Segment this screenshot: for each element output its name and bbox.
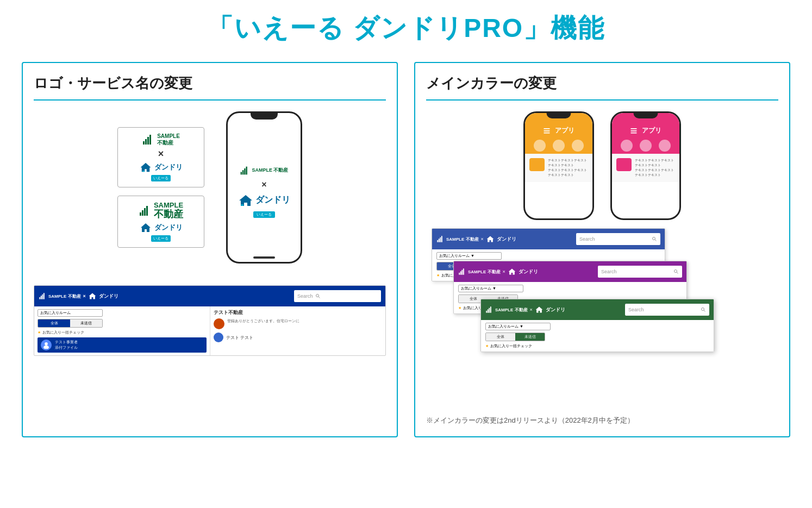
panel-blue-dandori: ダンドリ (497, 236, 516, 243)
svg-rect-18 (41, 296, 42, 299)
svg-rect-17 (39, 297, 40, 299)
svg-rect-14 (246, 166, 247, 174)
mini-left-body: お気に入りルーム 全体 未送信 ★ お気に入り一括チェック (34, 306, 210, 355)
company-bars-icon-2 (139, 205, 151, 217)
star-icon-purple: ★ (458, 306, 461, 310)
panel-blue-search[interactable]: Search (576, 233, 660, 245)
nav-icon-3b (659, 140, 671, 152)
panel-purple-search[interactable]: Search (598, 266, 682, 278)
ieru-badge-2: いえーる (151, 235, 171, 242)
panel-blue-company: SAMPLE 不動産 (446, 236, 479, 242)
phone-dandori: ダンドリ (238, 194, 290, 207)
phone-ieru: いえーる (253, 211, 275, 218)
mini-right-body: テスト不動産 登録ありがとうございます。住宅ローンに テスト テスト (210, 306, 386, 355)
mini-dropdown-row: お気に入りルーム (38, 309, 207, 317)
svg-rect-2 (147, 137, 149, 145)
phone-times: × (261, 180, 266, 190)
svg-rect-11 (241, 172, 242, 174)
logo-company-row-2: SAMPLE 不動産 (139, 202, 183, 220)
star-icon-green: ★ (485, 344, 489, 348)
svg-point-25 (43, 346, 49, 349)
mini-person2-row: テスト テスト (214, 333, 383, 342)
panel-green-header: SAMPLE 不動産 × ダンドリ Search (481, 299, 714, 320)
panel-green-tab-unsent[interactable]: 未送信 (515, 333, 545, 341)
mini-app-ui-left: SAMPLE 不動産 × ダンドリ Search (34, 285, 386, 356)
svg-rect-7 (142, 210, 143, 216)
house-icon-1 (140, 162, 152, 173)
mini-company-label: SAMPLE 不動産 (48, 293, 81, 299)
svg-rect-0 (143, 141, 145, 145)
panel-blue-dropdown[interactable]: お気に入りルーム ▼ (436, 252, 502, 260)
app-icon-orange (529, 158, 545, 171)
nav-icon-2a (553, 140, 565, 152)
phone-pink-label: アプリ (642, 126, 661, 135)
mini-times-label: × (83, 293, 86, 299)
house-icon-blue (486, 235, 495, 243)
panel-green-search-text: Search (628, 307, 644, 312)
color-panel-green: SAMPLE 不動産 × ダンドリ Search (480, 299, 714, 352)
panel-green-dropdown[interactable]: お気に入りルーム ▼ (485, 323, 551, 330)
menu-icon-orange (543, 127, 551, 135)
svg-rect-26 (544, 128, 549, 129)
panel-green-logo: SAMPLE 不動産 × ダンドリ (485, 306, 621, 313)
phone-bars-icon (240, 166, 249, 175)
svg-line-38 (655, 240, 657, 241)
panel-purple-logo: SAMPLE 不動産 × ダンドリ (458, 268, 594, 275)
mini-search-box-left[interactable]: Search (294, 290, 381, 302)
bars-icon-blue (436, 235, 444, 243)
svg-marker-4 (141, 163, 151, 172)
panel-purple-search-text: Search (601, 269, 617, 274)
search-icon-purple (673, 269, 679, 274)
panel-purple-header: SAMPLE 不動産 × ダンドリ Search (454, 261, 686, 282)
svg-rect-49 (490, 306, 491, 312)
company-name-1: SAMPLE 不動産 (157, 133, 180, 146)
dandori-logo-1: ダンドリ (140, 162, 183, 173)
mini-msg-row: 登録ありがとうございます。住宅ローンに (214, 318, 383, 329)
svg-point-51 (702, 308, 704, 311)
panel-purple-times: × (503, 269, 505, 274)
mini-header-left: SAMPLE 不動産 × ダンドリ Search (34, 286, 385, 306)
mini-search-icon (315, 293, 321, 299)
mini-dandori-label: ダンドリ (99, 293, 118, 300)
logos-stack: SAMPLE 不動産 × ダンドリ いえーる (117, 127, 204, 248)
svg-rect-33 (439, 239, 440, 242)
phone-orange-label: アプリ (555, 126, 574, 135)
svg-rect-29 (630, 128, 636, 129)
panel-green-tab-all[interactable]: 全体 (486, 333, 515, 341)
panel-purple-dropdown[interactable]: お気に入りルーム ▼ (458, 285, 523, 292)
panel-green-search[interactable]: Search (625, 304, 709, 316)
panels-row: ロゴ・サービス名の変更 (22, 62, 790, 437)
mini-dropdown[interactable]: お気に入りルーム (38, 309, 103, 317)
svg-line-23 (318, 297, 320, 298)
page-title: 「いえーる ダンドリPRO」機能 (207, 11, 605, 46)
logo-phone-row: SAMPLE 不動産 × ダンドリ いえーる (117, 111, 302, 264)
mini-tab-all[interactable]: 全体 (38, 319, 70, 327)
mini-tab-unsent[interactable]: 未送信 (70, 319, 102, 327)
house-icon-2 (140, 222, 152, 233)
phone-orange-content: テキストテキストテキストテキストテキストテキストテキストテキストテキストテキスト (529, 158, 588, 178)
company-bars-icon-1 (142, 134, 154, 146)
mini-msg-text: 登録ありがとうございます。住宅ローンに (227, 318, 299, 324)
mini-list-item[interactable]: テスト事業者 添付ファイル (38, 337, 207, 353)
mini-fav-label: お気に入り一括チェック (42, 330, 84, 335)
phone-pink-content: テキストテキストテキストテキストテキストテキストテキストテキストテキストテキスト (616, 158, 675, 178)
phone-pink-nav (612, 137, 679, 154)
menu-icon-pink (630, 127, 638, 135)
mini-list-text: テスト事業者 添付ファイル (55, 340, 78, 350)
panel-blue-search-text: Search (579, 236, 595, 242)
mini-bars-icon (39, 292, 46, 300)
mini-star-icon: ★ (38, 330, 41, 335)
fav-label-green: お気に入り一括チェック (490, 343, 532, 349)
right-panel-title: メインカラーの変更 (426, 74, 778, 101)
times-1: × (158, 148, 164, 160)
svg-marker-10 (141, 223, 151, 232)
svg-rect-13 (245, 168, 246, 174)
svg-rect-3 (149, 135, 151, 145)
svg-rect-5 (142, 171, 145, 172)
svg-rect-32 (437, 240, 438, 242)
svg-rect-16 (241, 204, 243, 206)
logo-box-1: SAMPLE 不動産 × ダンドリ いえーる (117, 127, 204, 187)
svg-rect-34 (440, 237, 441, 242)
svg-rect-12 (242, 170, 243, 174)
svg-rect-47 (488, 309, 489, 312)
